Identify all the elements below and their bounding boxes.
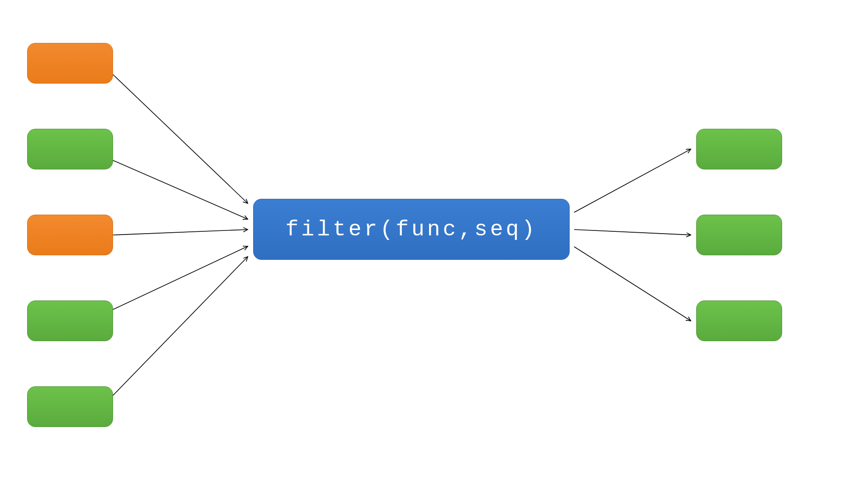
input-block-2: [27, 129, 113, 169]
arrow-in-4: [113, 246, 248, 310]
diagram-stage: filter(func,seq): [0, 0, 868, 488]
filter-function-label: filter(func,seq): [286, 217, 538, 242]
input-block-3: [27, 215, 113, 255]
arrow-in-2: [113, 160, 248, 219]
input-block-1: [27, 43, 113, 84]
filter-function-block: filter(func,seq): [253, 199, 570, 260]
arrow-in-3: [113, 230, 248, 235]
input-block-5: [27, 386, 113, 427]
arrow-in-5: [113, 257, 248, 395]
input-block-4: [27, 300, 113, 341]
arrow-in-1: [113, 75, 248, 203]
arrow-out-3: [574, 247, 691, 321]
arrow-out-1: [574, 149, 691, 212]
output-block-3: [696, 300, 782, 341]
output-block-2: [696, 215, 782, 255]
arrow-out-2: [574, 230, 691, 235]
output-block-1: [696, 129, 782, 169]
